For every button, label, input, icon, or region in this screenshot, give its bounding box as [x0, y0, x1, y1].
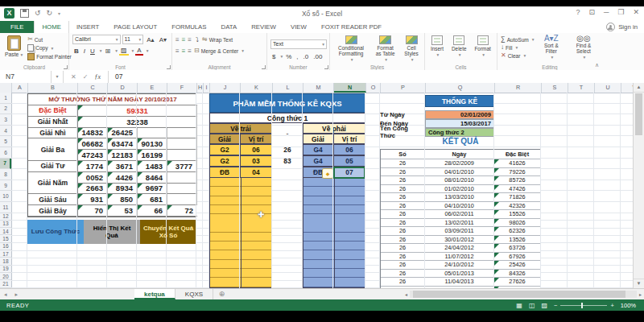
underline-button[interactable]: U [89, 47, 97, 55]
row-header-3[interactable]: 3 [0, 114, 11, 126]
column-header-Q[interactable]: Q [426, 83, 495, 93]
column-header-I[interactable]: I [204, 83, 210, 93]
scroll-left-icon[interactable]: ◂ [402, 291, 410, 297]
cell-styles-button[interactable]: Cell Styles▾ [402, 35, 421, 63]
sheet-tab-ketqua[interactable]: ketqua [134, 289, 175, 299]
clipboard-dialog-launcher[interactable] [64, 65, 68, 69]
results-row[interactable]: 2605/01/201384326 [381, 270, 540, 279]
right-formula-cell[interactable]: 06 [333, 144, 365, 155]
minimize-button[interactable]: ─ [604, 8, 609, 16]
row-header-8[interactable]: 8 [0, 169, 11, 180]
align-left-icon[interactable]: ≡ [175, 47, 180, 55]
left-formula-cell[interactable]: 03 [240, 155, 272, 167]
zoom-in-icon[interactable]: + [610, 302, 613, 309]
column-header-T[interactable]: T [568, 83, 595, 93]
row-header-16[interactable]: 16 [0, 243, 11, 250]
align-bottom-icon[interactable]: ≡ [188, 36, 192, 43]
select-all-corner[interactable] [0, 83, 12, 93]
borders-button[interactable]: ⊞ [104, 47, 113, 55]
results-row[interactable]: 2604/01/201079226 [381, 168, 540, 177]
increase-decimal-button[interactable]: .0 [302, 53, 311, 60]
zoom-slider[interactable] [560, 305, 607, 306]
sheet-nav-left-icon[interactable]: ◂ [0, 289, 11, 299]
row-header-18[interactable]: 18 [0, 258, 11, 265]
font-color-button[interactable]: A [135, 47, 142, 56]
name-box[interactable]: N7 [0, 71, 52, 83]
row-header-14[interactable]: 14 [0, 228, 11, 235]
results-row[interactable]: 2624/10/201225426 [381, 261, 540, 270]
close-button[interactable]: ✕ [633, 8, 639, 16]
column-header-O[interactable]: O [366, 83, 381, 93]
zoom-out-icon[interactable]: − [554, 302, 557, 309]
align-top-icon[interactable]: ≡ [175, 36, 180, 43]
sign-in-label[interactable]: Sign in [618, 23, 638, 31]
column-header-F[interactable]: F [167, 83, 197, 93]
row-header-17[interactable]: 17 [0, 250, 11, 258]
left-empty-rows[interactable] [209, 178, 272, 288]
column-header-E[interactable]: E [138, 83, 167, 93]
ribbon-tab-formulas[interactable]: FORMULAS [164, 21, 213, 33]
column-header-J[interactable]: J [210, 83, 241, 93]
page-layout-view-icon[interactable]: ◫ [529, 302, 535, 309]
row-header-2[interactable]: 2 [0, 104, 11, 115]
cells-area[interactable]: MỞ THƯỞNG THỨ NĂM NGÀY 20/10/2017Đặc Biệ… [11, 93, 633, 288]
sheet-nav-right-icon[interactable]: ▸ [11, 289, 23, 299]
insert-cells-button[interactable]: Insert▾ [428, 35, 446, 63]
right-formula-cell[interactable]: 05 [333, 155, 365, 167]
ribbon-tab-file[interactable]: FILE [0, 21, 34, 33]
name-box-dropdown-icon[interactable]: ▾ [52, 71, 64, 83]
italic-button[interactable]: I [82, 47, 87, 55]
ribbon-tab-home[interactable]: HOME [34, 21, 68, 34]
horizontal-scroll-thumb[interactable] [413, 291, 625, 298]
column-header-M[interactable]: M [303, 83, 334, 93]
column-header-P[interactable]: P [381, 83, 426, 93]
column-header-D[interactable]: D [108, 83, 138, 93]
row-header-11[interactable]: 11 [0, 202, 11, 213]
normal-view-icon[interactable]: ▦ [516, 302, 522, 309]
row-headers[interactable]: 123456789101112131415161718192021 [0, 93, 12, 288]
right-formula-cell[interactable]: G4 [303, 155, 333, 167]
results-row[interactable]: 2601/02/201047426 [381, 185, 540, 194]
copy-button[interactable]: Copy▾ [27, 44, 72, 52]
column-header-B[interactable]: B [28, 83, 78, 93]
row-header-10[interactable]: 10 [0, 191, 11, 202]
results-row[interactable]: 2611/04/201327626 [381, 278, 540, 287]
bold-button[interactable]: B [72, 47, 80, 55]
font-family-select[interactable]: Calibri▾ [72, 35, 121, 44]
column-header-R[interactable]: R [495, 83, 542, 93]
action-button-3[interactable]: Chuyển Kết Quả Xổ Số [140, 220, 196, 244]
left-formula-cell[interactable]: 06 [240, 144, 272, 155]
insert-function-icon[interactable]: ƒx [94, 73, 101, 80]
conditional-formatting-button[interactable]: Conditional Formatting▾ [333, 35, 369, 63]
column-header-S[interactable]: S [542, 83, 568, 93]
column-header-U[interactable]: U [595, 83, 621, 93]
clear-button[interactable]: ✕Clear▾ [501, 52, 535, 59]
vertical-scroll-thumb[interactable] [635, 93, 642, 135]
action-button-2[interactable]: Hiển Thị Kết Quả [84, 220, 140, 244]
row-header-20[interactable]: 20 [0, 273, 11, 280]
row-header-1[interactable]: 1 [0, 93, 11, 104]
format-painter-button[interactable]: Format Painter [27, 53, 72, 60]
column-header-H[interactable]: H [197, 83, 204, 93]
stats-field-value[interactable]: 15/03/2017 [425, 119, 494, 128]
scroll-up-icon[interactable]: ▲ [634, 83, 644, 93]
format-as-table-button[interactable]: Format as Table▾ [372, 35, 398, 63]
font-size-select[interactable]: 11▾ [122, 35, 144, 44]
cancel-formula-icon[interactable]: ✕ [71, 73, 76, 80]
number-dialog-launcher[interactable] [324, 65, 328, 69]
row-header-13[interactable]: 13 [0, 221, 11, 228]
autosum-button[interactable]: ∑AutoSum▾ [501, 36, 535, 43]
help-button[interactable]: ? [576, 8, 580, 16]
find-select-button[interactable]: ◎◎ Find & Select▾ [568, 35, 599, 63]
shrink-font-button[interactable]: A▾ [158, 36, 168, 43]
results-row[interactable]: 2611/07/201267926 [381, 253, 540, 262]
row-header-19[interactable]: 19 [0, 266, 11, 273]
ribbon-tab-view[interactable]: VIEW [283, 21, 314, 33]
alignment-dialog-launcher[interactable] [262, 65, 266, 69]
ribbon-tab-review[interactable]: REVIEW [244, 21, 283, 33]
percent-format-button[interactable]: % [284, 53, 293, 60]
column-header-C[interactable]: C [78, 83, 108, 93]
row-header-4[interactable]: 4 [0, 126, 11, 137]
results-row[interactable]: 2608/01/201085726 [381, 176, 540, 185]
sort-filter-button[interactable]: A▾Z Sort & Filter▾ [538, 35, 565, 63]
